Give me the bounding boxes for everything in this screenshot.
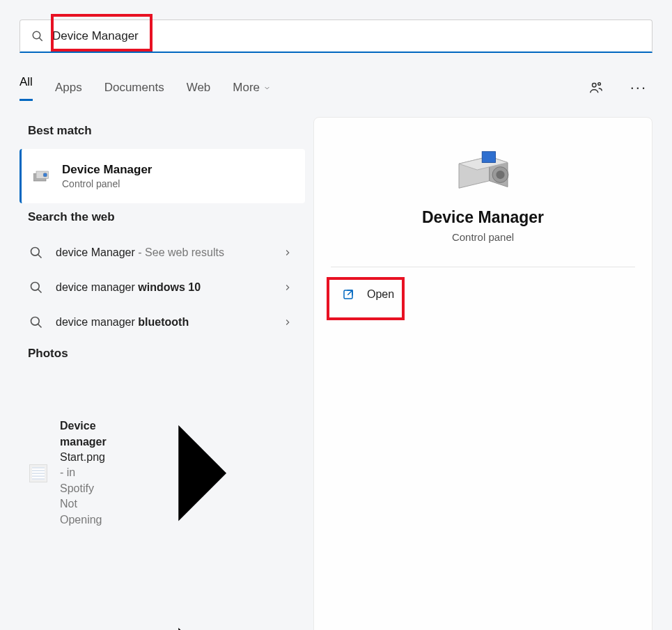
section-photos: Photos <box>28 347 305 361</box>
detail-panel: Device Manager Control panel Open <box>313 117 653 630</box>
photo-0-bold: Device manager <box>60 420 107 447</box>
search-icon <box>29 246 43 260</box>
tab-more-label: More <box>233 81 260 95</box>
web-result-1[interactable]: device manager windows 10 <box>19 270 305 305</box>
svg-point-3 <box>597 83 600 86</box>
svg-line-21 <box>347 290 352 295</box>
photo-result-0[interactable]: Device manager Start.png - in Spotify No… <box>19 372 305 574</box>
tab-more[interactable]: More <box>233 81 271 95</box>
section-best-match: Best match <box>28 124 305 138</box>
svg-line-13 <box>38 324 42 328</box>
svg-point-2 <box>592 84 596 88</box>
chevron-right-icon <box>283 317 292 327</box>
svg-point-10 <box>31 283 40 291</box>
web-result-2-bold: bluetooth <box>138 316 189 328</box>
search-icon <box>29 281 43 294</box>
svg-rect-7 <box>44 173 47 177</box>
open-label: Open <box>367 288 394 301</box>
open-button[interactable]: Open <box>331 281 405 308</box>
search-box[interactable]: Device Manager <box>19 19 653 53</box>
tab-web[interactable]: Web <box>187 81 211 95</box>
svg-point-8 <box>31 248 40 256</box>
svg-line-11 <box>38 290 42 293</box>
device-manager-large-icon <box>452 145 515 194</box>
search-icon <box>31 30 44 42</box>
tab-apps[interactable]: Apps <box>55 81 82 95</box>
separator <box>331 267 635 267</box>
section-search-web: Search the web <box>28 210 305 224</box>
svg-point-0 <box>33 31 40 39</box>
chevron-right-icon <box>107 377 298 569</box>
open-external-icon <box>342 288 354 301</box>
web-result-1-bold: windows 10 <box>138 281 201 293</box>
web-result-0-suffix: - See web results <box>135 246 224 258</box>
web-result-0[interactable]: device Manager - See web results <box>19 235 305 270</box>
web-result-0-text: device Manager <box>56 246 135 258</box>
photo-thumbnail <box>29 464 47 482</box>
chevron-right-icon <box>107 580 298 630</box>
tabs-row: All Apps Documents Web More ··· <box>19 78 653 97</box>
search-input[interactable]: Device Manager <box>52 29 641 43</box>
best-match-subtitle: Control panel <box>62 178 152 189</box>
photo-0-rest: Start.png <box>60 451 105 463</box>
tab-all[interactable]: All <box>19 75 33 101</box>
web-result-2[interactable]: device manager bluetooth <box>19 305 305 340</box>
more-options-icon[interactable]: ··· <box>630 80 647 95</box>
svg-point-12 <box>31 317 40 326</box>
web-result-2-prefix: device manager <box>56 316 138 328</box>
svg-rect-17 <box>482 152 495 163</box>
chevron-right-icon <box>283 283 292 292</box>
web-result-1-prefix: device manager <box>56 281 138 293</box>
search-icon <box>29 315 43 329</box>
best-match-item[interactable]: Device Manager Control panel <box>19 149 305 203</box>
people-icon[interactable] <box>588 80 604 95</box>
device-manager-icon <box>31 166 51 186</box>
chevron-right-icon <box>283 248 292 258</box>
detail-subtitle: Control panel <box>331 231 635 243</box>
svg-line-1 <box>39 38 42 41</box>
photo-0-loc: - in Spotify Not Opening <box>60 466 102 525</box>
best-match-title: Device Manager <box>62 163 152 177</box>
svg-line-9 <box>38 255 42 258</box>
detail-title: Device Manager <box>331 208 635 227</box>
photo-result-1[interactable]: Device manager Start.png - in BSOD <box>19 574 305 630</box>
chevron-down-icon <box>263 84 271 92</box>
svg-point-19 <box>496 171 504 179</box>
tab-documents[interactable]: Documents <box>104 81 164 95</box>
